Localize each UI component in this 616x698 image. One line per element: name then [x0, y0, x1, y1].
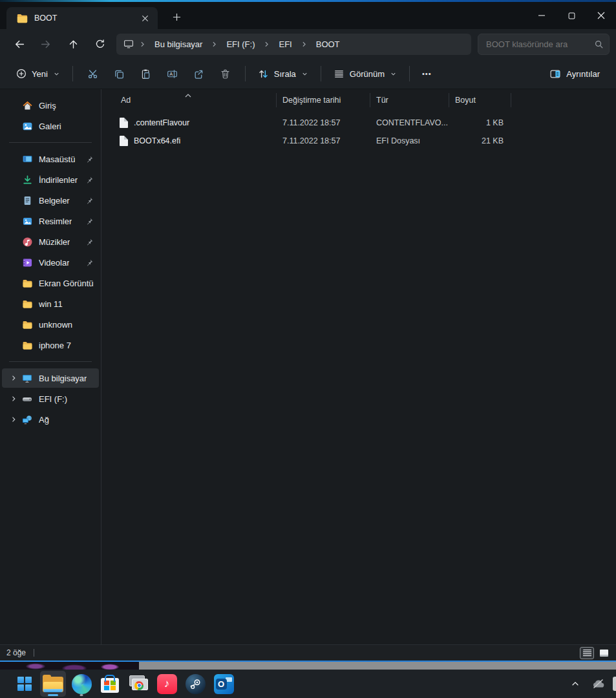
table-row[interactable]: .contentFlavour 7.11.2022 18:57 CONTENTF… — [101, 114, 616, 132]
view-button-label: Görünüm — [350, 69, 385, 79]
breadcrumb-item-bu-bilgisayar[interactable]: Bu bilgisayar — [148, 37, 209, 52]
desktop-icon — [21, 153, 33, 165]
file-icon — [120, 118, 128, 128]
paste-button[interactable] — [133, 63, 159, 85]
large-icons-view-toggle[interactable] — [597, 647, 611, 659]
chevron-right-icon — [262, 40, 271, 48]
steam-icon — [186, 674, 206, 694]
sidebar-item-gallery[interactable]: Galeri — [2, 116, 99, 136]
sidebar: Giriş Galeri Masaüstü — [0, 89, 101, 644]
column-header-size[interactable]: Boyut — [449, 93, 511, 107]
file-date: 7.11.2022 18:57 — [277, 118, 370, 127]
tab-close-icon[interactable] — [137, 10, 153, 26]
tab-boot[interactable]: BOOT — [6, 7, 158, 29]
more-button[interactable]: ••• — [416, 63, 438, 85]
search-input[interactable] — [486, 39, 594, 49]
desktop-wallpaper-strip — [0, 662, 616, 670]
share-icon — [193, 69, 204, 79]
drive-icon — [21, 393, 33, 405]
sidebar-item-iphone7[interactable]: iphone 7 — [2, 335, 99, 355]
sidebar-item-home[interactable]: Giriş — [2, 96, 99, 115]
delete-button[interactable] — [212, 63, 239, 85]
chevron-right-icon[interactable] — [6, 374, 21, 382]
gallery-icon — [21, 120, 33, 132]
sidebar-item-this-pc[interactable]: Bu bilgisayar — [2, 368, 99, 388]
table-row[interactable]: BOOTx64.efi 7.11.2022 18:57 EFI Dosyası … — [101, 132, 616, 150]
sidebar-item-label: Resimler — [39, 217, 72, 226]
sidebar-item-label: Ağ — [39, 415, 49, 425]
item-count: 2 öğe — [6, 648, 26, 657]
pin-icon — [85, 217, 94, 226]
taskbar-apple-music[interactable]: ♪ — [154, 671, 180, 697]
delete-icon — [220, 69, 231, 79]
sidebar-item-network[interactable]: Ağ — [2, 410, 99, 429]
taskbar-chrome-app[interactable] — [125, 671, 151, 697]
sidebar-item-label: Müzikler — [39, 237, 70, 247]
new-button[interactable]: Yeni — [10, 63, 66, 85]
sidebar-item-music[interactable]: Müzikler — [2, 232, 99, 251]
view-button[interactable]: Görünüm — [328, 63, 403, 85]
home-icon — [21, 100, 33, 111]
sidebar-item-win11[interactable]: win 11 — [2, 294, 99, 313]
status-bar: 2 öğe — [0, 644, 616, 661]
sidebar-item-efi-drive[interactable]: EFI (F:) — [2, 389, 99, 408]
sidebar-item-documents[interactable]: Belgeler — [2, 191, 99, 210]
sidebar-item-screenshots[interactable]: Ekran Görüntüleri — [2, 273, 99, 293]
sidebar-item-label: unknown — [39, 320, 72, 330]
refresh-button[interactable] — [89, 33, 111, 55]
sidebar-item-label: Masaüstü — [39, 154, 75, 164]
chrome-app-icon — [128, 675, 149, 693]
sort-button[interactable]: Sırala — [252, 63, 314, 85]
cut-button[interactable] — [80, 63, 106, 85]
taskbar-microsoft-store[interactable] — [97, 671, 123, 697]
share-button[interactable] — [186, 63, 212, 85]
taskbar-steam[interactable] — [182, 671, 208, 697]
sidebar-item-desktop[interactable]: Masaüstü — [2, 149, 99, 169]
forward-button[interactable] — [35, 33, 57, 55]
sidebar-item-downloads[interactable]: İndirilenler — [2, 170, 99, 189]
breadcrumb-item-efi-drive[interactable]: EFI (F:) — [220, 37, 261, 52]
paste-icon — [140, 69, 151, 79]
search-icon[interactable] — [594, 39, 604, 49]
new-button-label: Yeni — [32, 69, 48, 79]
details-view-toggle[interactable] — [580, 647, 594, 659]
downloads-icon — [21, 174, 33, 185]
pin-icon — [85, 238, 94, 246]
videos-icon — [21, 257, 33, 268]
pin-icon — [85, 176, 94, 184]
taskbar-outlook[interactable]: O — [211, 671, 237, 697]
sidebar-item-unknown[interactable]: unknown — [2, 315, 99, 334]
copy-button[interactable] — [106, 63, 133, 85]
minimize-button[interactable] — [527, 2, 557, 29]
new-tab-button[interactable] — [167, 7, 186, 26]
breadcrumb-item-boot[interactable]: BOOT — [310, 37, 346, 52]
onedrive-status-button[interactable] — [589, 673, 608, 694]
back-button[interactable] — [8, 33, 30, 55]
sidebar-item-label: EFI (F:) — [39, 394, 67, 404]
search-box[interactable] — [478, 34, 610, 55]
column-header-type[interactable]: Tür — [370, 93, 449, 107]
details-pane-button[interactable]: Ayrıntılar — [544, 63, 606, 85]
breadcrumb-item-efi[interactable]: EFI — [272, 37, 298, 52]
up-button[interactable] — [62, 33, 84, 55]
maximize-button[interactable] — [557, 2, 586, 29]
taskbar-edge[interactable] — [69, 671, 94, 697]
chevron-right-icon[interactable] — [6, 395, 21, 403]
column-header-date[interactable]: Değiştirme tarihi — [277, 93, 370, 107]
toolbar-divider — [409, 66, 410, 81]
sidebar-item-videos[interactable]: Videolar — [2, 253, 99, 272]
folder-icon — [21, 319, 33, 330]
sidebar-item-pictures[interactable]: Resimler — [2, 211, 99, 231]
tab-title: BOOT — [34, 14, 137, 23]
edge-icon — [72, 674, 92, 694]
show-hidden-icons-button[interactable] — [566, 673, 584, 694]
start-button[interactable] — [12, 671, 37, 697]
tray-partial-icon[interactable] — [613, 677, 616, 691]
taskbar-file-explorer[interactable] — [40, 671, 66, 697]
window-body: Giriş Galeri Masaüstü — [0, 89, 616, 644]
chevron-right-icon[interactable] — [6, 416, 21, 423]
rename-button[interactable]: A — [159, 63, 186, 85]
close-button[interactable] — [586, 2, 616, 29]
large-icons-view-icon — [600, 650, 608, 657]
folder-icon — [17, 14, 28, 23]
